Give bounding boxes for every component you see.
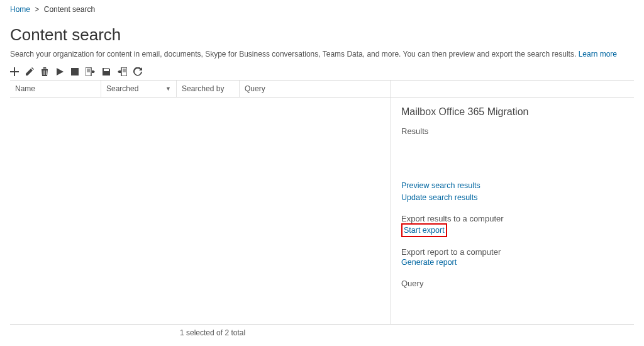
page-title: Content search: [10, 25, 634, 45]
refresh-icon[interactable]: [133, 67, 142, 76]
doc-right-icon[interactable]: [86, 67, 96, 76]
details-pane: Mailbox Office 365 Migration Results Pre…: [391, 98, 634, 324]
col-name[interactable]: Name: [10, 81, 101, 97]
export-report-label: Export report to a computer: [401, 247, 624, 257]
toolbar: [10, 66, 634, 80]
update-search-results-link[interactable]: Update search results: [401, 192, 478, 204]
col-name-label: Name: [15, 84, 35, 93]
play-icon[interactable]: [55, 67, 64, 76]
learn-more-link[interactable]: Learn more: [579, 50, 617, 59]
query-section-label: Query: [401, 279, 624, 288]
col-details-spacer: [391, 81, 634, 97]
save-icon[interactable]: [102, 67, 111, 76]
svg-rect-0: [71, 68, 79, 75]
subtitle-text: Search your organization for content in …: [10, 50, 576, 59]
stop-icon[interactable]: [70, 67, 79, 76]
export-results-label: Export results to a computer: [401, 214, 624, 223]
details-results-label: Results: [401, 126, 624, 136]
col-searched-label: Searched: [106, 84, 138, 93]
generate-report-link[interactable]: Generate report: [401, 257, 457, 269]
list-pane[interactable]: [10, 98, 391, 324]
col-searched[interactable]: Searched ▼: [101, 81, 177, 97]
col-query[interactable]: Query: [240, 81, 391, 97]
trash-icon[interactable]: [40, 67, 49, 76]
col-searched-by[interactable]: Searched by: [177, 81, 240, 97]
col-query-label: Query: [245, 84, 265, 93]
breadcrumb: Home > Content search: [10, 5, 634, 14]
pencil-icon[interactable]: [25, 67, 34, 76]
add-icon[interactable]: [10, 67, 19, 76]
results-grid: Name Searched ▼ Searched by Query Mailbo…: [10, 80, 634, 325]
selection-status: 1 selected of 2 total: [10, 325, 634, 337]
preview-search-results-link[interactable]: Preview search results: [401, 180, 480, 192]
doc-left-icon[interactable]: [117, 67, 127, 76]
col-by-label: Searched by: [182, 84, 224, 93]
start-export-link[interactable]: Start export: [404, 225, 445, 237]
grid-header: Name Searched ▼ Searched by Query: [10, 81, 634, 98]
breadcrumb-current: Content search: [44, 5, 95, 14]
breadcrumb-sep: >: [35, 5, 39, 14]
details-title: Mailbox Office 365 Migration: [401, 106, 624, 118]
breadcrumb-home[interactable]: Home: [10, 5, 30, 14]
page-subtitle: Search your organization for content in …: [10, 50, 634, 59]
chevron-down-icon[interactable]: ▼: [165, 86, 171, 92]
